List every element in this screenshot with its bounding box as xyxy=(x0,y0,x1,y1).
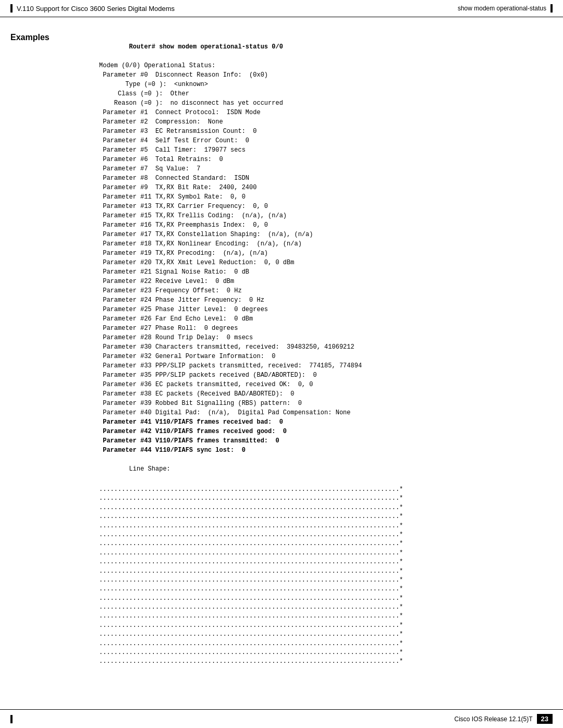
dot-line: ........................................… xyxy=(99,603,553,612)
code-line: Parameter #23 Frequency Offset: 0 Hz xyxy=(99,286,553,295)
code-line: Parameter #22 Receive Level: 0 dBm xyxy=(99,277,553,286)
header-right: show modem operational-status xyxy=(458,4,553,13)
code-line: Parameter #19 TX,RX Precoding: (n/a), (n… xyxy=(99,249,553,258)
dot-line: ........................................… xyxy=(99,639,553,648)
code-line: Parameter #26 Far End Echo Level: 0 dBm xyxy=(99,314,553,324)
code-line: Parameter #8 Connected Standard: ISDN xyxy=(99,174,553,183)
footer-page-number: 23 xyxy=(537,714,553,724)
dot-line: ........................................… xyxy=(99,549,553,558)
code-line: Parameter #1 Connect Protocol: ISDN Mode xyxy=(99,108,553,117)
dot-line: ........................................… xyxy=(99,630,553,639)
header-bar-icon xyxy=(10,4,13,13)
code-line: Parameter #21 Signal Noise Ratio: 0 dB xyxy=(99,267,553,277)
code-line: Parameter #35 PPP/SLIP packets received … xyxy=(99,371,553,380)
code-line: Parameter #33 PPP/SLIP packets transmitt… xyxy=(99,361,553,371)
code-line: Parameter #20 TX,RX Xmit Level Reduction… xyxy=(99,258,553,267)
code-line: Parameter #38 EC packets (Received BAD/A… xyxy=(99,389,553,399)
code-line: Parameter #40 Digital Pad: (n/a), Digita… xyxy=(99,408,553,417)
dot-line: ........................................… xyxy=(99,558,553,566)
code-lines: Modem (0/0) Operational Status: Paramete… xyxy=(99,61,553,417)
footer-right: Cisco IOS Release 12.1(5)T 23 xyxy=(454,714,553,724)
dot-line: ........................................… xyxy=(99,657,553,666)
code-line: Parameter #24 Phase Jitter Frequency: 0 … xyxy=(99,295,553,305)
code-line: Parameter #2 Compression: None xyxy=(99,117,553,127)
code-line: Parameter #6 Total Retrains: 0 xyxy=(99,155,553,164)
dot-line: ........................................… xyxy=(99,621,553,630)
page-container: V.110 Support for Cisco 3600 Series Digi… xyxy=(0,0,563,728)
code-line: Parameter #5 Call Timer: 179077 secs xyxy=(99,145,553,155)
dot-line: ........................................… xyxy=(99,585,553,594)
dot-line: ........................................… xyxy=(99,494,553,503)
code-line: Parameter #9 TX,RX Bit Rate: 2400, 2400 xyxy=(99,183,553,192)
line-shape-label: Line Shape: xyxy=(99,455,553,483)
code-line: Parameter #30 Characters transmitted, re… xyxy=(99,342,553,352)
dot-line: ........................................… xyxy=(99,539,553,548)
dot-line: ........................................… xyxy=(99,485,553,494)
bold-code-line: Parameter #43 V110/PIAFS frames transmit… xyxy=(99,436,553,446)
dot-line: ........................................… xyxy=(99,503,553,512)
code-line: Parameter #39 Robbed Bit Signalling (RBS… xyxy=(99,399,553,408)
page-footer: Cisco IOS Release 12.1(5)T 23 xyxy=(0,709,563,728)
bold-code-line: Parameter #44 V110/PIAFS sync lost: 0 xyxy=(99,446,553,455)
code-line: Parameter #25 Phase Jitter Level: 0 degr… xyxy=(99,305,553,314)
code-line: Parameter #28 Round Trip Delay: 0 msecs xyxy=(99,333,553,342)
bold-code-line: Parameter #42 V110/PIAFS frames received… xyxy=(99,427,553,436)
bold-lines: Parameter #41 V110/PIAFS frames received… xyxy=(99,417,553,455)
code-block: Router# show modem operational-status 0/… xyxy=(99,33,553,61)
code-line: Type (=0 ): <unknown> xyxy=(99,80,553,89)
code-line: Parameter #16 TX,RX Preemphasis Index: 0… xyxy=(99,220,553,230)
dot-lines: ........................................… xyxy=(99,485,553,667)
code-line: Parameter #15 TX,RX Trellis Coding: (n/a… xyxy=(99,211,553,220)
right-column: Router# show modem operational-status 0/… xyxy=(94,33,553,667)
main-content: Examples Router# show modem operational-… xyxy=(0,17,563,677)
header-title: V.110 Support for Cisco 3600 Series Digi… xyxy=(17,5,175,13)
dot-line: ........................................… xyxy=(99,522,553,530)
code-line: Parameter #4 Self Test Error Count: 0 xyxy=(99,136,553,145)
code-line: Parameter #11 TX,RX Symbol Rate: 0, 0 xyxy=(99,192,553,202)
page-header: V.110 Support for Cisco 3600 Series Digi… xyxy=(0,0,563,17)
dot-line: ........................................… xyxy=(99,612,553,621)
code-line: Parameter #7 Sq Value: 7 xyxy=(99,164,553,174)
code-line: Class (=0 ): Other xyxy=(99,89,553,98)
footer-left xyxy=(10,715,13,723)
dot-line: ........................................… xyxy=(99,576,553,585)
header-right-bar-icon xyxy=(550,4,553,13)
code-line: Parameter #18 TX,RX Nonlinear Encoding: … xyxy=(99,239,553,249)
examples-label: Examples xyxy=(10,32,50,42)
code-line: Modem (0/0) Operational Status: xyxy=(99,61,553,70)
left-column: Examples xyxy=(10,33,94,667)
header-right-title: show modem operational-status xyxy=(458,5,546,12)
footer-bar-icon xyxy=(10,715,13,723)
code-line: Parameter #17 TX,RX Constellation Shapin… xyxy=(99,230,553,239)
prompt-line: Router# show modem operational-status 0/… xyxy=(129,43,283,51)
code-line: Parameter #32 General Portware Informati… xyxy=(99,352,553,361)
dot-line: ........................................… xyxy=(99,594,553,603)
dot-line: ........................................… xyxy=(99,567,553,576)
code-line: Reason (=0 ): no disconnect has yet occu… xyxy=(99,98,553,108)
bold-code-line: Parameter #41 V110/PIAFS frames received… xyxy=(99,417,553,427)
dot-line: ........................................… xyxy=(99,648,553,657)
code-line: Parameter #3 EC Retransmission Count: 0 xyxy=(99,127,553,136)
dot-line: ........................................… xyxy=(99,530,553,539)
code-line: Parameter #13 TX,RX Carrier Frequency: 0… xyxy=(99,202,553,211)
dot-line: ........................................… xyxy=(99,512,553,521)
header-left: V.110 Support for Cisco 3600 Series Digi… xyxy=(10,4,175,13)
footer-release-text: Cisco IOS Release 12.1(5)T xyxy=(454,715,532,723)
code-line: Parameter #0 Disconnect Reason Info: (0x… xyxy=(99,70,553,80)
code-line: Parameter #27 Phase Roll: 0 degrees xyxy=(99,324,553,333)
code-line: Parameter #36 EC packets transmitted, re… xyxy=(99,380,553,389)
